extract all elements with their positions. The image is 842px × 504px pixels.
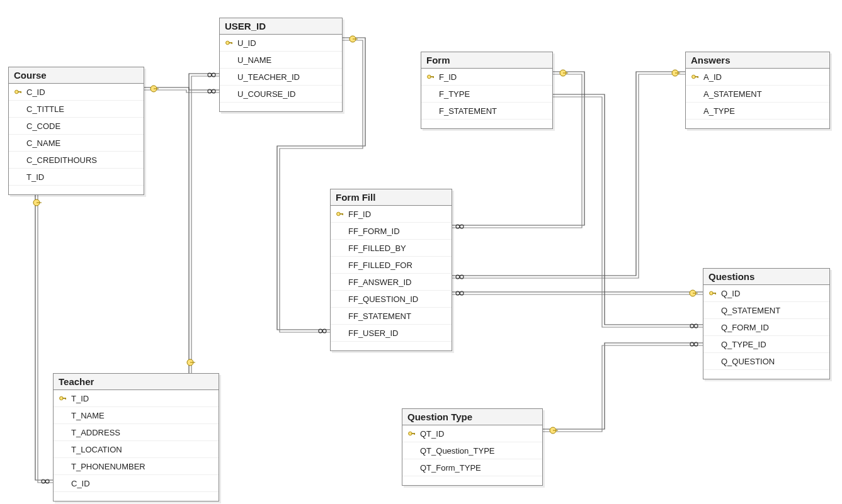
column-row[interactable]: T_ID [54,390,219,407]
svg-point-8 [428,75,431,79]
column-row[interactable]: FF_ANSWER_ID [331,274,452,291]
column-row[interactable]: FF_FORM_ID [331,223,452,240]
column-name: F_STATEMENT [436,106,497,116]
entity-questions[interactable]: QuestionsQ_IDQ_STATEMENTQ_FORM_IDQ_TYPE_… [703,268,830,379]
column-row[interactable]: C_TITTLE [9,101,144,118]
column-row[interactable]: U_TEACHER_ID [220,69,342,86]
column-row[interactable]: F_STATEMENT [421,103,552,120]
column-row[interactable]: C_ID [54,475,219,492]
column-name: C_NAME [24,138,60,148]
entity-user_id[interactable]: USER_IDU_IDU_NAMEU_TEACHER_IDU_COURSE_ID [219,18,343,112]
entity-form[interactable]: FormF_IDF_TYPEF_STATEMENT [421,52,553,129]
column-row[interactable]: FF_USER_ID [331,325,452,342]
column-row[interactable]: C_NAME [9,135,144,152]
column-name: FF_ANSWER_ID [346,277,411,287]
column-name: T_ID [69,394,89,403]
entity-footer [220,103,342,111]
entity-answers[interactable]: AnswersA_IDA_STATEMENTA_TYPE [685,52,830,129]
column-row[interactable]: FF_QUESTION_ID [331,291,452,308]
column-row[interactable]: Q_QUESTION [703,353,829,370]
column-name: U_COURSE_ID [235,89,295,99]
column-name: T_PHONENUMBER [69,462,145,471]
column-name: Q_QUESTION [719,357,775,366]
entity-teacher[interactable]: TeacherT_IDT_NAMET_ADDRESST_LOCATIONT_PH… [53,373,219,501]
column-row[interactable]: T_ADDRESS [54,424,219,441]
column-row[interactable]: T_PHONENUMBER [54,458,219,475]
column-row[interactable]: FF_ID [331,206,452,223]
column-row[interactable]: C_ID [9,84,144,101]
column-name: C_CREDITHOURS [24,155,97,165]
column-name: F_TYPE [436,89,470,99]
column-row[interactable]: T_LOCATION [54,441,219,458]
column-row[interactable]: T_ID [9,169,144,186]
column-name: A_ID [701,72,722,82]
column-name: QT_Form_TYPE [418,463,481,473]
column-row[interactable]: Q_FORM_ID [703,319,829,336]
primary-key-icon [57,394,69,403]
svg-point-14 [337,212,341,216]
svg-point-5 [226,41,230,45]
column-name: C_ID [24,87,45,97]
entity-title: Question Type [402,409,542,425]
column-row[interactable]: U_COURSE_ID [220,86,342,103]
column-row[interactable]: A_TYPE [686,103,829,120]
column-name: F_ID [436,72,457,82]
svg-rect-25 [414,433,415,435]
svg-point-17 [710,291,714,295]
entity-title: Form [421,52,552,69]
column-row[interactable]: A_ID [686,69,829,86]
column-name: C_CODE [24,121,60,131]
svg-rect-13 [698,76,698,78]
column-row[interactable]: QT_Form_TYPE [402,459,542,476]
column-name: FF_ID [346,210,371,219]
column-name: FF_USER_ID [346,328,398,338]
column-row[interactable]: F_ID [421,69,552,86]
column-row[interactable]: FF_FILLED_FOR [331,257,452,274]
svg-point-20 [60,396,64,400]
entity-course[interactable]: CourseC_IDC_TITTLEC_CODEC_NAMEC_CREDITHO… [8,67,144,195]
column-name: A_TYPE [701,106,735,116]
column-row[interactable]: C_CODE [9,118,144,135]
entity-title: Questions [703,269,829,285]
column-row[interactable]: T_NAME [54,407,219,424]
primary-key-icon [690,72,701,81]
column-name: Q_FORM_ID [719,323,769,332]
svg-rect-10 [433,76,434,78]
rel-teacher-to-userid [187,73,219,373]
rel-course-to-userid [143,86,219,93]
column-name: U_NAME [235,55,271,65]
entity-footer [331,342,452,350]
column-name: QT_Question_TYPE [418,446,495,456]
column-row[interactable]: Q_TYPE_ID [703,336,829,353]
column-row[interactable]: C_CREDITHOURS [9,152,144,169]
svg-point-2 [15,90,19,94]
column-row[interactable]: Q_ID [703,285,829,302]
column-row[interactable]: FF_STATEMENT [331,308,452,325]
entity-footer [9,186,144,194]
entity-question_type[interactable]: Question TypeQT_IDQT_Question_TYPEQT_For… [402,408,543,486]
column-row[interactable]: F_TYPE [421,86,552,103]
column-name: FF_FORM_ID [346,227,400,236]
column-name: C_TITTLE [24,104,64,114]
column-row[interactable]: FF_FILLED_BY [331,240,452,257]
svg-rect-16 [343,213,343,215]
entity-footer [686,120,829,128]
entity-footer [703,370,829,379]
column-row[interactable]: U_NAME [220,52,342,69]
column-name: U_ID [235,38,256,48]
rel-course-to-teacher [33,193,53,483]
column-row[interactable]: Q_STATEMENT [703,302,829,319]
column-name: A_STATEMENT [701,89,762,99]
column-name: FF_QUESTION_ID [346,294,418,304]
column-row[interactable]: A_STATEMENT [686,86,829,103]
column-name: C_ID [69,479,90,488]
column-row[interactable]: U_ID [220,35,342,52]
column-name: QT_ID [418,429,444,439]
svg-rect-19 [715,293,716,294]
column-row[interactable]: QT_Question_TYPE [402,442,542,459]
primary-key-icon [224,38,235,47]
column-row[interactable]: QT_ID [402,425,542,442]
svg-rect-22 [65,398,66,400]
rel-form-to-questions [552,94,703,328]
entity-form_fill[interactable]: Form FillFF_IDFF_FORM_IDFF_FILLED_BYFF_F… [330,189,452,351]
